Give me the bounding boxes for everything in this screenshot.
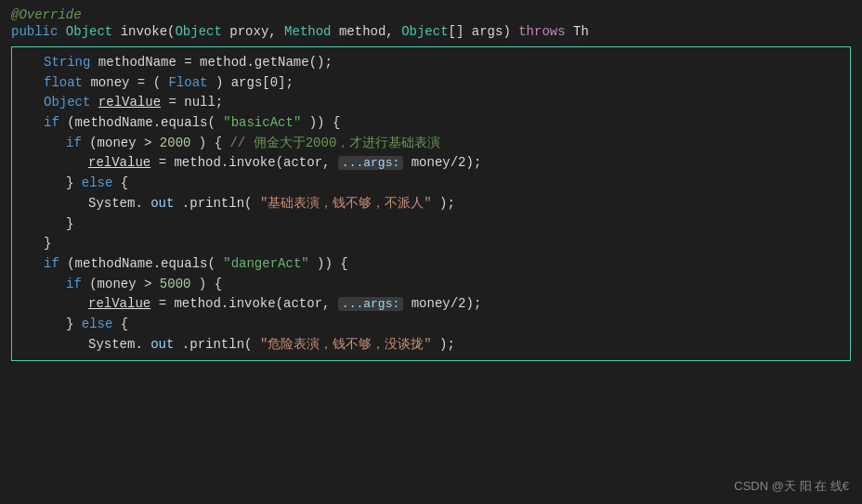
code-text: { [121, 175, 128, 190]
code-line: if (methodName.equals( "basicAct" )) { [21, 113, 841, 134]
code-line: } else { [21, 174, 841, 194]
code-line: } else { [21, 315, 841, 335]
comment-1: // 佣金大于2000，才进行基础表演 [229, 136, 440, 150]
code-text: } [44, 236, 51, 251]
code-line: } [21, 214, 841, 235]
code-line: System. out .println( "基础表演，钱不够，不派人" ); [21, 194, 841, 214]
return-type: Object [66, 24, 121, 39]
code-text: } [66, 175, 82, 190]
code-text: } [66, 216, 73, 231]
code-text: ) args[0]; [216, 75, 294, 90]
code-block: String methodName = method.getName(); fl… [11, 46, 851, 361]
num-5000: 5000 [160, 277, 191, 291]
args-hint-1: ...args: [338, 156, 403, 170]
code-text: = method.invoke(actor, [159, 155, 338, 170]
system-text2: System. [88, 337, 143, 352]
watermark: CSDN @天 阳 在 线€ [734, 478, 849, 495]
kw-string: String [44, 55, 90, 70]
code-line: Object relValue = null; [21, 93, 841, 113]
top-bar: @Override public Object invoke(Object pr… [0, 0, 862, 43]
code-text: (methodName.equals( [67, 256, 216, 271]
code-text: money/2); [411, 155, 482, 170]
kw-float: float [44, 75, 83, 90]
kw-object: Object [44, 95, 90, 110]
code-text: money = ( [90, 75, 161, 90]
code-text: )) { [309, 115, 341, 130]
code-text: ); [439, 196, 455, 211]
str-basic-not-enough: "基础表演，钱不够，不派人" [260, 196, 432, 211]
editor-container: @Override public Object invoke(Object pr… [0, 0, 862, 504]
rel-value-1: relValue [88, 155, 150, 170]
method-name: invoke(Object proxy, Method method, Obje… [121, 24, 519, 39]
str-basicact: "basicAct" [223, 115, 301, 130]
public-keyword: public [11, 24, 58, 39]
kw-else2: else [82, 317, 113, 331]
str-dangeract: "dangerAct" [223, 256, 308, 271]
kw-if3: if [44, 256, 59, 271]
code-text: = method.invoke(actor, [159, 296, 338, 311]
throws-keyword: throws [518, 24, 565, 39]
code-text: } [66, 317, 82, 331]
code-line: if (methodName.equals( "dangerAct" )) { [21, 254, 841, 275]
system-text: System. [88, 196, 143, 211]
code-line: if (money > 2000 ) { // 佣金大于2000，才进行基础表演 [21, 134, 841, 154]
kw-float2: Float [168, 75, 207, 90]
rel-value-2: relValue [88, 296, 150, 311]
code-text: )) { [317, 256, 348, 271]
code-text: ) { [199, 277, 222, 291]
code-text: money/2); [411, 296, 482, 311]
code-line: float money = ( Float ) args[0]; [21, 73, 841, 94]
code-text: (money > [89, 277, 160, 291]
annotation-line: @Override [11, 7, 851, 22]
args-hint-2: ...args: [338, 297, 403, 311]
num-2000: 2000 [160, 136, 191, 150]
kw-if2: if [66, 136, 82, 150]
code-text: (methodName.equals( [67, 115, 216, 130]
code-text: ) { [199, 136, 230, 150]
code-line: relValue = method.invoke(actor, ...args:… [21, 294, 841, 315]
code-text: { [121, 317, 128, 331]
code-line: relValue = method.invoke(actor, ...args:… [21, 153, 841, 174]
code-line: System. out .println( "危险表演，钱不够，没谈拢" ); [21, 335, 841, 355]
code-text: (money > [89, 136, 160, 150]
kw-else1: else [82, 175, 113, 190]
code-text: .println( [182, 196, 253, 211]
throws-type: Th [573, 24, 589, 39]
str-danger-not-enough: "危险表演，钱不够，没谈拢" [260, 337, 432, 352]
sys-out-2: out [150, 337, 174, 352]
kw-if1: if [44, 115, 59, 130]
code-line: String methodName = method.getName(); [21, 53, 841, 73]
kw-if4: if [66, 277, 82, 291]
sys-out: out [150, 196, 174, 211]
code-text: ); [439, 337, 455, 352]
code-line: if (money > 5000 ) { [21, 275, 841, 295]
code-line: } [21, 234, 841, 254]
code-text: relValue = null; [98, 95, 223, 110]
code-text: methodName = method.getName(); [98, 55, 333, 70]
code-text: .println( [182, 337, 253, 352]
method-signature: public Object invoke(Object proxy, Metho… [11, 24, 851, 39]
